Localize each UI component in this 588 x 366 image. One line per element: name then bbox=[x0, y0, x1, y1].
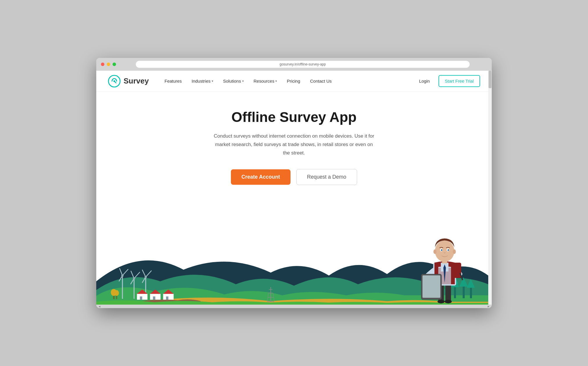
svg-rect-56 bbox=[446, 284, 451, 302]
browser-window: gosurvey.in/offline-survey-app Survey Fe… bbox=[96, 58, 492, 308]
svg-point-1 bbox=[113, 80, 115, 82]
svg-point-71 bbox=[453, 249, 456, 254]
nav-contact[interactable]: Contact Us bbox=[306, 76, 336, 86]
nav-pricing[interactable]: Pricing bbox=[283, 76, 304, 86]
nav-pricing-label: Pricing bbox=[287, 79, 300, 83]
character-illustration bbox=[410, 223, 480, 305]
nav-industries[interactable]: Industries ▾ bbox=[188, 76, 217, 86]
hero-buttons: Create Account Request a Demo bbox=[108, 169, 480, 185]
logo-icon bbox=[108, 75, 121, 88]
resources-chevron-icon: ▾ bbox=[275, 79, 277, 83]
hero-section: Offline Survey App Conduct surveys witho… bbox=[96, 92, 492, 202]
nav-resources[interactable]: Resources ▾ bbox=[250, 76, 281, 86]
nav-features[interactable]: Features bbox=[161, 76, 186, 86]
logo-label: Survey bbox=[124, 77, 149, 86]
url-text: gosurvey.in/offline-survey-app bbox=[280, 62, 326, 66]
svg-point-58 bbox=[445, 300, 452, 303]
industries-chevron-icon: ▾ bbox=[212, 79, 213, 83]
svg-rect-19 bbox=[140, 296, 142, 300]
svg-point-68 bbox=[441, 250, 442, 250]
login-button[interactable]: Login bbox=[415, 76, 434, 86]
nav-links: Features Industries ▾ Solutions ▾ Resour… bbox=[161, 76, 415, 86]
nav-right: Login Start Free Trial bbox=[415, 75, 480, 87]
svg-point-69 bbox=[448, 250, 449, 250]
nav-industries-label: Industries bbox=[192, 79, 211, 83]
scroll-left-icon[interactable]: ◀ bbox=[99, 305, 100, 308]
minimize-button[interactable] bbox=[107, 63, 110, 66]
solutions-chevron-icon: ▾ bbox=[242, 79, 244, 83]
hero-subtitle: Conduct surveys without internet connect… bbox=[213, 132, 375, 157]
nav-contact-label: Contact Us bbox=[310, 79, 332, 83]
scroll-right-icon[interactable]: ▶ bbox=[488, 305, 489, 308]
maximize-button[interactable] bbox=[113, 63, 116, 66]
browser-content: Survey Features Industries ▾ Solutions ▾… bbox=[96, 71, 492, 305]
svg-point-63 bbox=[435, 241, 455, 262]
svg-point-57 bbox=[438, 300, 445, 303]
nav-resources-label: Resources bbox=[254, 79, 275, 83]
close-button[interactable] bbox=[101, 63, 104, 66]
request-demo-button[interactable]: Request a Demo bbox=[296, 169, 357, 185]
landscape-illustration bbox=[96, 223, 488, 305]
svg-point-6 bbox=[121, 274, 124, 277]
start-free-trial-button[interactable]: Start Free Trial bbox=[439, 75, 480, 87]
nav-solutions-label: Solutions bbox=[223, 79, 241, 83]
browser-chrome: gosurvey.in/offline-survey-app bbox=[96, 58, 492, 71]
create-account-button[interactable]: Create Account bbox=[231, 169, 290, 185]
nav-solutions[interactable]: Solutions ▾ bbox=[219, 76, 248, 86]
svg-rect-74 bbox=[454, 263, 461, 278]
address-bar[interactable]: gosurvey.in/offline-survey-app bbox=[136, 61, 470, 68]
nav-features-label: Features bbox=[165, 79, 182, 83]
svg-point-11 bbox=[133, 277, 135, 280]
logo[interactable]: Survey bbox=[108, 75, 149, 88]
svg-point-29 bbox=[114, 290, 119, 296]
svg-point-70 bbox=[434, 249, 437, 254]
svg-rect-25 bbox=[166, 296, 168, 300]
svg-rect-22 bbox=[153, 296, 155, 300]
svg-rect-73 bbox=[423, 275, 440, 298]
navbar: Survey Features Industries ▾ Solutions ▾… bbox=[96, 71, 492, 92]
browser-bottom-bar: ◀ ▶ bbox=[96, 305, 492, 308]
svg-point-16 bbox=[145, 276, 147, 278]
hero-title: Offline Survey App bbox=[108, 109, 480, 125]
